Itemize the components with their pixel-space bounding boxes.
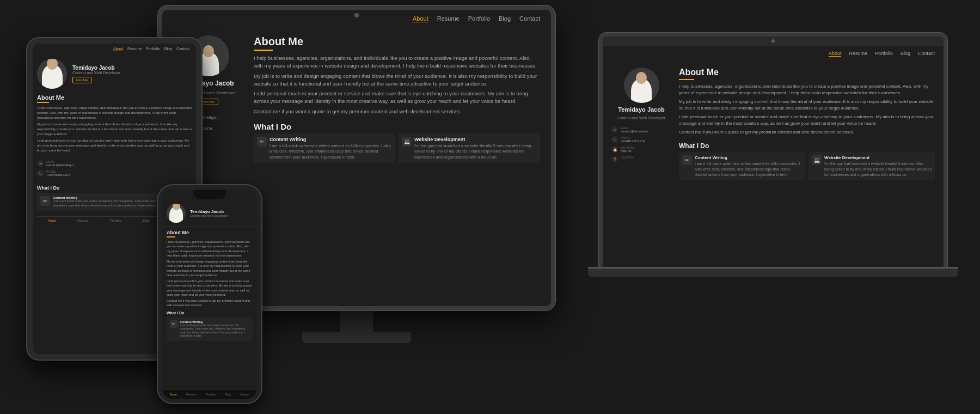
writing-icon: ✏ [257,137,267,147]
about-para-1: I help businesses, agencies, organizatio… [254,54,540,70]
phone-avatar-body [169,206,183,223]
laptop-service-writing-info: Content Writing I am a full-stack writer… [695,155,802,177]
tablet-about-p3: I add personal touch to your product or … [37,138,192,153]
tablet-hire-btn[interactable]: Hire Me [72,77,91,83]
laptop-device: About Resume Portfolio Blog Contact Temi… [599,33,947,403]
tablet-writing-icon: ✏ [40,196,50,206]
service-webdev: 💻 Website Development I'm the guy that l… [399,133,540,164]
laptop-nav-resume[interactable]: Resume [849,51,867,57]
tablet-bot-portfolio[interactable]: Portfolio [110,219,121,222]
laptop-webdev-icon: 💻 [812,155,822,165]
laptop-birthday-text: BIRTHDAY May 30 [621,146,634,153]
tablet-avatar-head [47,59,58,70]
laptop-title-underline [679,79,694,80]
tablet-title-underline [37,102,49,103]
tablet-bot-blog[interactable]: Blog [143,219,149,222]
phone-nav-contact[interactable]: Contact [240,393,249,396]
phone-para2: My job is to write and design engaging c… [167,259,253,277]
laptop-camera [771,39,775,43]
nav-portfolio[interactable]: Portfolio [468,15,490,22]
laptop-phone-value: +2348135CLICK [621,139,645,143]
nav-contact[interactable]: Contact [519,15,540,22]
phone-device: Temidayo Jacob Content and Web Developer… [158,185,261,403]
laptop-main-content: About Me I help businesses, agencies, or… [679,68,935,267]
laptop-location-text: LOCATION [621,156,634,159]
laptop-service-writing-desc: I am a full-stack writer who writes cont… [695,161,802,177]
laptop-nav-about[interactable]: About [829,51,842,57]
phone-notch [193,190,226,199]
laptop-location-item: 📍 LOCATION [611,156,671,162]
laptop-service-webdev-name: Website Development [824,155,932,160]
title-underline [254,50,273,51]
imac-stand-base [302,332,411,343]
laptop-sidebar: Temidayo Jacob Content and Web Developer… [611,68,671,267]
about-title: About Me [254,35,540,48]
phone-nav-resume[interactable]: Resume [186,393,197,396]
phone-profile: Temidayo Jacob Content and Web Developer [162,200,257,227]
laptop-location-icon: 📍 [611,156,618,162]
phone-service-writing: ✏ Content Writing I am a full-stack writ… [167,317,253,341]
about-para-3: I add personal touch to your product or … [254,90,540,106]
nav-resume[interactable]: Resume [437,15,460,22]
laptop-screen: About Resume Portfolio Blog Contact Temi… [599,33,947,267]
imac-camera [354,13,359,17]
portfolio-app-laptop: About Resume Portfolio Blog Contact Temi… [603,46,944,267]
laptop-birthday-icon: 🎂 [611,146,618,153]
laptop-contact-info: ✉ EMAIL contact@temidayo... 📞 PHONE [611,126,671,166]
about-section: About Me I help businesses, agencies, or… [254,35,540,118]
phone-nav-about[interactable]: About [170,393,177,396]
laptop-person-title: Content and Web Developer [617,116,665,120]
tablet-bot-about[interactable]: About [48,219,56,222]
laptop-phone-icon: 📞 [611,136,618,143]
laptop-service-webdev-info: Website Development I'm the guy that lau… [824,155,932,177]
tablet-nav-contact[interactable]: Contact [176,47,189,51]
laptop-nav-blog[interactable]: Blog [901,51,910,57]
phone-service-desc: I am a full-stack writer who writes cont… [180,324,249,338]
laptop-service-webdev: 💻 Website Development I'm the guy that l… [808,152,935,180]
laptop-avatar [624,68,659,103]
laptop-about-p1: I help businesses, agencies, organizatio… [679,83,935,96]
laptop-location-label: LOCATION [621,156,634,159]
tablet-email-icon: ✉ [37,160,44,167]
tablet-profile-text: Temidayo Jacob Content and Web Developer… [72,65,120,83]
tablet-nav-portfolio[interactable]: Portfolio [146,47,160,51]
laptop-body: Temidayo Jacob Content and Web Developer… [603,61,944,267]
tablet-about-p1: I help businesses, agencies, organizatio… [37,106,192,120]
tablet-about-p2: My job is to write and design engaging c… [37,122,192,137]
webdev-icon: 💻 [402,137,412,147]
phone-service-info: Content Writing I am a full-stack writer… [180,320,249,338]
nav-blog[interactable]: Blog [499,15,511,22]
service-webdev-desc: I'm the guy that launched a website lite… [414,143,537,161]
laptop-avatar-body [631,78,652,103]
laptop-service-webdev-desc: I'm the guy that launched a website lite… [824,161,932,177]
tablet-bot-resume[interactable]: Resume [77,219,88,222]
tablet-person-title: Content and Web Developer [72,71,120,75]
tablet-avatar-body [42,64,63,89]
tablet-nav-resume[interactable]: Resume [127,47,142,51]
laptop-name: Temidayo Jacob [618,106,664,113]
laptop-nav: About Resume Portfolio Blog Contact [603,46,944,61]
phone-underline [167,236,175,238]
phone-avatar-head [173,204,180,210]
tablet-nav-blog[interactable]: Blog [164,47,172,51]
laptop-screen-inner: About Resume Portfolio Blog Contact Temi… [603,46,944,267]
laptop-nav-contact[interactable]: Contact [918,51,935,57]
portfolio-app-phone: Temidayo Jacob Content and Web Developer… [162,190,257,399]
phone-profile-text: Temidayo Jacob Content and Web Developer [190,209,228,217]
laptop-about-title: About Me [679,68,935,77]
tablet-about: About Me I help businesses, agencies, or… [37,94,192,155]
about-para-4: Contact me if you want a quote to get my… [254,108,540,115]
about-para-2: My job is to write and design engaging c… [254,72,540,88]
service-writing: ✏ Content Writing I am a full-stack writ… [254,133,395,164]
phone-nav-portfolio[interactable]: Portfolio [206,393,216,396]
phone-main: About Me I help businesses, agencies, or… [162,227,257,389]
service-writing-info: Content Writing I am a full-stack writer… [270,137,392,161]
laptop-email-icon: ✉ [611,126,618,133]
nav-about[interactable]: About [413,15,428,22]
phone-writing-icon: ✏ [170,320,177,328]
laptop-about-p3: I add personal touch to your product or … [679,114,935,127]
laptop-nav-portfolio[interactable]: Portfolio [875,51,893,57]
laptop-base [588,267,958,277]
hire-button[interactable]: Hire Me [199,99,218,105]
phone-nav-blog[interactable]: Blog [225,393,231,396]
